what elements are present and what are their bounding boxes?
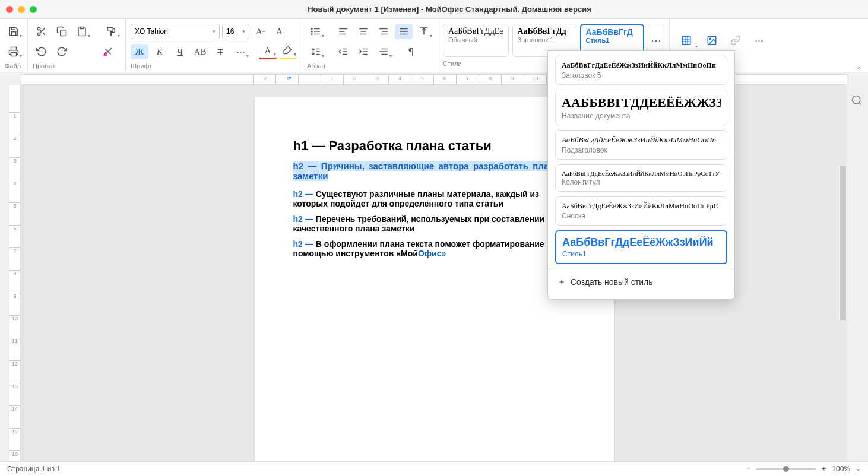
style-dropdown-item[interactable]: АаБбВвГгДдЕеЁёЖжЗзИиЙйКкЛлМмНнОоПпРрССно… <box>555 196 727 226</box>
italic-button[interactable]: К <box>151 44 169 59</box>
style-dropdown-item[interactable]: ААББВВГГДДЕЕЁЁЖЖЗЗНазвание документа <box>555 90 727 125</box>
svg-line-5 <box>40 30 42 31</box>
heading-2-item[interactable]: h2 — Существуют различные планы материал… <box>293 189 575 208</box>
font-size-select[interactable]: 16▾ <box>222 24 249 39</box>
decrease-font-button[interactable]: A− <box>252 24 270 39</box>
increase-font-button[interactable]: A+ <box>272 24 290 39</box>
group-file-label: Файл <box>5 61 23 71</box>
svg-point-11 <box>312 28 313 30</box>
align-justify-button[interactable] <box>395 24 413 39</box>
window-title: Новый документ 1 [Изменен] - МойОфис Ста… <box>37 5 862 14</box>
style-dropdown-item[interactable]: АаБбВвГгДдЕеЁёЖжЗзИиЙйКкЛлМмНнОоПпПодзаг… <box>555 130 727 160</box>
svg-point-47 <box>709 38 711 39</box>
undo-button[interactable] <box>33 44 50 59</box>
align-center-button[interactable] <box>354 24 372 39</box>
titlebar: Новый документ 1 [Изменен] - МойОфис Ста… <box>0 0 868 19</box>
heading-1[interactable]: h1 — Разработка плана статьи <box>293 138 575 154</box>
nonprinting-button[interactable]: ¶ <box>402 44 420 59</box>
print-button[interactable] <box>5 44 23 59</box>
group-font-label: Шрифт <box>131 61 297 71</box>
scrollbar-vertical[interactable] <box>839 166 847 320</box>
indent-settings-button[interactable] <box>375 44 392 59</box>
highlight-button[interactable] <box>279 44 297 59</box>
statusbar: Страница 1 из 1 − + 100% ⌄ <box>0 461 868 476</box>
more-font-button[interactable]: ⋯ <box>232 44 249 59</box>
strikethrough-button[interactable]: АВ <box>191 44 209 59</box>
svg-point-48 <box>853 96 860 104</box>
styles-dropdown: АаБбВвГгДдЕеЁёЖжЗзИиЙйКкЛлМмНнОоПпЗаголо… <box>547 50 735 300</box>
group-edit-label: Правка <box>33 61 121 71</box>
zoom-dropdown-icon[interactable]: ⌄ <box>856 466 861 472</box>
underline-button[interactable]: Ч <box>171 44 189 59</box>
group-edit: Правка <box>28 19 126 72</box>
window-controls <box>6 6 37 13</box>
svg-point-13 <box>312 34 313 35</box>
decrease-indent-button[interactable] <box>334 44 352 59</box>
ribbon: Файл Правка XO Tahion▾ 16▾ A− A+ Ж К Ч <box>0 19 868 72</box>
style-dropdown-item[interactable]: АаБбВвГгДдЕеЁёЖжЗзИиЙйКкЛлМмНнОоПпЗаголо… <box>555 56 727 85</box>
save-button[interactable] <box>5 24 23 39</box>
svg-line-4 <box>43 33 45 35</box>
clear-format-button[interactable] <box>99 44 117 59</box>
heading-2-item[interactable]: h2 — Перечень требований, используемых п… <box>293 214 575 233</box>
zoom-slider[interactable] <box>756 468 816 470</box>
heading-2-item[interactable]: h2 — В оформлении плана текста поможет ф… <box>293 239 575 258</box>
style-dropdown-item[interactable]: АаБбВвГгДдЕеЁёЖжЗзИиЙйСтиль1 <box>555 230 727 264</box>
page-status: Страница 1 из 1 <box>7 465 61 473</box>
plus-icon: ＋ <box>557 277 566 287</box>
more-insert-button[interactable]: ⋯ <box>749 31 769 50</box>
minimize-window[interactable] <box>18 6 25 13</box>
svg-point-1 <box>37 27 40 30</box>
maximize-window[interactable] <box>30 6 37 13</box>
ruler-vertical[interactable]: 12345678910111213141516171819 <box>9 85 21 461</box>
svg-rect-7 <box>80 27 84 29</box>
font-color-button[interactable]: А <box>259 44 277 59</box>
zoom-out-button[interactable]: − <box>746 465 750 473</box>
svg-rect-0 <box>11 53 17 56</box>
svg-point-12 <box>312 31 313 32</box>
cut-button[interactable] <box>33 24 50 39</box>
group-font: XO Tahion▾ 16▾ A− A+ Ж К Ч АВ T ⋯ А Шриф… <box>126 19 302 72</box>
align-right-button[interactable] <box>375 24 392 39</box>
svg-rect-41 <box>682 36 690 45</box>
paste-button[interactable] <box>73 24 91 39</box>
collapse-ribbon-button[interactable]: ⌃ <box>853 64 865 76</box>
vertical-align-button[interactable] <box>415 24 433 39</box>
svg-point-2 <box>37 33 40 36</box>
zoom-controls: − + 100% ⌄ <box>746 465 861 473</box>
line-spacing-button[interactable] <box>307 44 325 59</box>
insert-table-button[interactable] <box>674 31 698 50</box>
bullet-list-button[interactable] <box>307 24 325 39</box>
style-dropdown-item[interactable]: АаБбВвГгДдЕеЁёЖжЗзИиЙйКкЛлМмНнОоПпРрСсТт… <box>555 164 727 192</box>
zoom-value: 100% <box>832 465 850 473</box>
insert-link-button[interactable] <box>726 31 746 50</box>
increase-indent-button[interactable] <box>354 44 372 59</box>
group-file: Файл <box>0 19 28 72</box>
group-paragraph: ¶ Абзац <box>302 19 438 72</box>
bold-button[interactable]: Ж <box>131 44 148 59</box>
close-window[interactable] <box>6 6 13 13</box>
group-para-label: Абзац <box>307 61 433 71</box>
heading-2-selected[interactable]: h2 — Причины, заставляющие автора разраб… <box>293 161 575 181</box>
superscript-button[interactable]: T <box>211 44 229 59</box>
insert-image-button[interactable] <box>702 31 722 50</box>
style-normal[interactable]: АаБбВвГгДдЕе Обычный <box>443 24 509 57</box>
svg-rect-6 <box>61 30 66 36</box>
format-painter-button[interactable] <box>103 24 121 39</box>
search-panel-button[interactable] <box>848 92 865 109</box>
font-name-select[interactable]: XO Tahion▾ <box>131 24 220 39</box>
zoom-in-button[interactable]: + <box>822 465 826 473</box>
align-left-button[interactable] <box>334 24 352 39</box>
svg-line-49 <box>859 103 861 105</box>
copy-button[interactable] <box>53 24 71 39</box>
redo-button[interactable] <box>53 44 71 59</box>
create-style-button[interactable]: ＋Создать новый стиль <box>548 269 734 294</box>
